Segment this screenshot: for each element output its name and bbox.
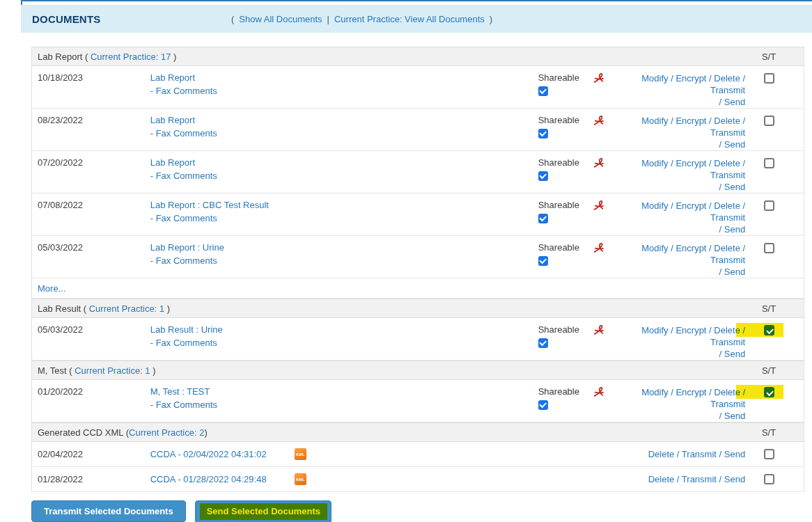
- delete-link[interactable]: Delete: [714, 158, 740, 168]
- ccda-document-link[interactable]: CCDA - 02/04/2022 04:31:02: [150, 449, 267, 459]
- delete-link[interactable]: Delete: [714, 116, 740, 126]
- st-checkbox[interactable]: [764, 243, 774, 253]
- send-link[interactable]: Send: [724, 139, 745, 150]
- modify-link[interactable]: Modify: [641, 158, 668, 168]
- xml-icon[interactable]: XML: [295, 473, 306, 485]
- section-title-close: ): [150, 365, 156, 376]
- pdf-icon[interactable]: [593, 242, 604, 253]
- delete-link[interactable]: Delete: [714, 325, 740, 335]
- transmit-link[interactable]: Transmit: [710, 170, 745, 180]
- modify-link[interactable]: Modify: [641, 116, 668, 126]
- transmit-link[interactable]: Transmit: [710, 127, 745, 138]
- section-title-text: Lab Report (: [38, 52, 91, 62]
- st-checkbox[interactable]: [764, 158, 774, 168]
- shareable-checkbox[interactable]: [538, 400, 548, 410]
- transmit-link[interactable]: Transmit: [710, 212, 745, 223]
- st-checkbox[interactable]: [764, 387, 774, 397]
- document-link[interactable]: M, Test : TEST: [150, 386, 519, 397]
- shareable-checkbox[interactable]: [538, 86, 548, 96]
- fax-comments-link[interactable]: - Fax Comments: [150, 255, 519, 266]
- send-link[interactable]: Send: [724, 224, 745, 235]
- encrypt-link[interactable]: Encrypt: [676, 158, 706, 168]
- delete-link[interactable]: Delete: [648, 474, 675, 484]
- fax-comments-link[interactable]: - Fax Comments: [150, 86, 519, 96]
- pdf-icon[interactable]: [593, 72, 604, 84]
- transmit-link[interactable]: Transmit: [710, 255, 745, 265]
- pdf-icon[interactable]: [593, 114, 604, 126]
- modify-link[interactable]: Modify: [641, 325, 668, 335]
- encrypt-link[interactable]: Encrypt: [676, 387, 706, 397]
- transmit-link[interactable]: Transmit: [710, 399, 745, 409]
- delete-link[interactable]: Delete: [714, 243, 740, 253]
- show-all-documents-link[interactable]: Show All Documents: [239, 14, 322, 24]
- encrypt-link[interactable]: Encrypt: [676, 243, 706, 253]
- delete-link[interactable]: Delete: [648, 449, 675, 459]
- fax-comments-link[interactable]: - Fax Comments: [150, 171, 519, 181]
- pdf-icon[interactable]: [593, 157, 604, 168]
- transmit-link[interactable]: Transmit: [682, 474, 717, 484]
- st-checkbox[interactable]: [764, 116, 774, 126]
- document-link[interactable]: Lab Report : Urine: [150, 242, 519, 253]
- send-link[interactable]: Send: [724, 474, 745, 484]
- document-link[interactable]: Lab Result : Urine: [150, 324, 519, 335]
- encrypt-link[interactable]: Encrypt: [676, 325, 706, 335]
- pdf-icon[interactable]: [593, 386, 604, 397]
- modify-link[interactable]: Modify: [641, 200, 668, 211]
- modify-link[interactable]: Modify: [641, 243, 668, 253]
- transmit-selected-documents-button[interactable]: Transmit Selected Documents: [31, 500, 186, 522]
- delete-link[interactable]: Delete: [714, 73, 740, 84]
- send-link[interactable]: Send: [724, 449, 745, 459]
- document-link[interactable]: Lab Report : CBC Test Result: [150, 200, 519, 210]
- pdf-icon[interactable]: [593, 199, 604, 211]
- delete-link[interactable]: Delete: [714, 200, 740, 211]
- shareable-checkbox[interactable]: [538, 256, 548, 266]
- view-all-documents-link[interactable]: Current Practice: View All Documents: [334, 14, 485, 24]
- current-practice-count-link[interactable]: Current Practice: 2: [129, 427, 204, 438]
- st-checkbox[interactable]: [764, 73, 774, 84]
- table-row: 05/03/2022 Lab Report : Urine - Fax Comm…: [32, 236, 804, 278]
- shareable-checkbox[interactable]: [538, 338, 548, 348]
- pdf-icon[interactable]: [593, 324, 604, 335]
- current-practice-count-link[interactable]: Current Practice: 1: [89, 303, 164, 314]
- modify-link[interactable]: Modify: [641, 387, 668, 397]
- transmit-link[interactable]: Transmit: [710, 85, 745, 95]
- st-column-header: S/T: [745, 365, 804, 376]
- encrypt-link[interactable]: Encrypt: [676, 200, 706, 211]
- send-link[interactable]: Send: [724, 97, 745, 107]
- st-checkbox[interactable]: [764, 200, 774, 211]
- fax-comments-link[interactable]: - Fax Comments: [150, 213, 519, 223]
- st-column-header: S/T: [745, 427, 804, 438]
- xml-icon[interactable]: XML: [295, 448, 306, 460]
- shareable-checkbox[interactable]: [538, 129, 548, 139]
- shareable-checkbox[interactable]: [538, 214, 548, 223]
- document-link[interactable]: Lab Report: [150, 72, 519, 83]
- fax-comments-link[interactable]: - Fax Comments: [150, 400, 519, 410]
- modify-link[interactable]: Modify: [641, 73, 668, 84]
- fax-comments-link[interactable]: - Fax Comments: [150, 128, 519, 139]
- action-separator: /: [706, 73, 714, 84]
- shareable-checkbox[interactable]: [538, 171, 548, 181]
- send-link[interactable]: Send: [724, 411, 745, 421]
- st-checkbox[interactable]: [764, 474, 774, 484]
- st-checkbox[interactable]: [764, 325, 774, 335]
- current-practice-count-link[interactable]: Current Practice: 1: [75, 365, 150, 376]
- send-link[interactable]: Send: [724, 182, 745, 192]
- transmit-link[interactable]: Transmit: [710, 337, 745, 347]
- link-divider: |: [327, 14, 329, 24]
- more-link[interactable]: More...: [38, 283, 65, 294]
- encrypt-link[interactable]: Encrypt: [676, 116, 706, 126]
- st-checkbox[interactable]: [764, 449, 774, 459]
- encrypt-link[interactable]: Encrypt: [676, 73, 706, 84]
- current-practice-count-link[interactable]: Current Practice: 17: [91, 52, 171, 62]
- ccda-document-link[interactable]: CCDA - 01/28/2022 04:29:48: [150, 474, 267, 484]
- document-date: 07/08/2022: [32, 193, 150, 235]
- send-link[interactable]: Send: [724, 349, 745, 359]
- send-selected-documents-button[interactable]: Send Selected Documents: [195, 500, 331, 522]
- send-link[interactable]: Send: [724, 267, 745, 277]
- section-title-text: Generated CCD XML (: [38, 427, 129, 438]
- delete-link[interactable]: Delete: [714, 387, 740, 397]
- document-link[interactable]: Lab Report: [150, 157, 519, 168]
- transmit-link[interactable]: Transmit: [682, 449, 717, 459]
- fax-comments-link[interactable]: - Fax Comments: [150, 338, 519, 348]
- document-link[interactable]: Lab Report: [150, 115, 519, 125]
